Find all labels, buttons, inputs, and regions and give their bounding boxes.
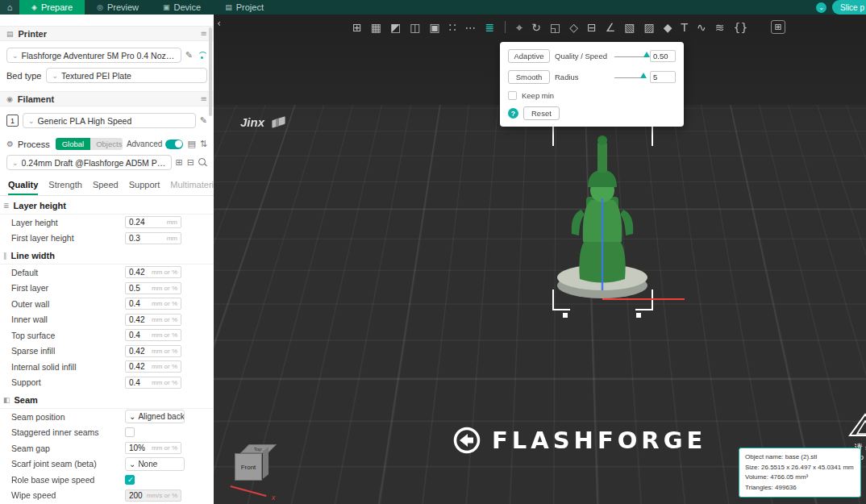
cube-front-face[interactable]: Front [235, 453, 262, 481]
image-plate-icon[interactable]: ▣ [429, 22, 439, 33]
quality-slider-handle[interactable] [643, 52, 650, 57]
selection-bracket [552, 125, 570, 146]
edit-filament-icon[interactable]: ✎ [200, 115, 207, 126]
keep-min-checkbox[interactable] [508, 91, 517, 100]
add-object-icon[interactable]: ⊞ [352, 22, 362, 33]
copy-preset-icon[interactable]: ⊞ [176, 157, 183, 168]
tab-project-label: Project [236, 2, 264, 12]
slice-options-dropdown[interactable]: ⌄ [816, 2, 826, 13]
model-figurine[interactable] [538, 119, 667, 311]
bed-type-select[interactable]: ⌄ Textured PEI Plate [46, 68, 207, 83]
delete-preset-icon[interactable]: ⊟ [187, 157, 194, 168]
printer-settings-icon[interactable]: ≡ [201, 29, 207, 38]
fuzzy-skin-icon[interactable]: ≋ [715, 22, 725, 33]
internal-solid-infill-line-width-input[interactable]: 0.42mm or % [125, 360, 181, 373]
text-tool-icon[interactable]: T [681, 22, 689, 33]
viewport-3d[interactable]: ‹ ⊞ ▦ ◩ ◫ ▣ ∷ ⋯ ≣ ⌖ ↻ ◱ ◇ ⊟ ∠ ▧ ▨ ◆ T ∿ … [214, 15, 866, 504]
home-button[interactable]: ⌂ [0, 0, 19, 15]
search-icon[interactable] [198, 158, 207, 167]
radius-value-input[interactable]: 5 [650, 71, 676, 83]
cube-top-face[interactable]: Top [240, 444, 277, 453]
param-label: Scarf joint seam (beta) [11, 459, 125, 469]
filament-settings-icon[interactable]: ≡ [201, 94, 207, 103]
cube-right-face[interactable] [263, 447, 269, 478]
edit-printer-icon[interactable]: ✎ [185, 50, 193, 60]
assembly-view-icon[interactable]: ⊞ [771, 20, 785, 34]
tab-quality[interactable]: Quality [8, 177, 38, 195]
rotate-icon[interactable]: ↻ [531, 22, 541, 33]
radius-slider-handle[interactable] [640, 73, 647, 78]
adaptive-button[interactable]: Adaptive [508, 49, 550, 63]
tab-device[interactable]: ▣ Device [151, 0, 213, 15]
tab-project[interactable]: ▤ Project [213, 0, 276, 15]
selection-handle[interactable] [563, 313, 568, 318]
radius-slider[interactable] [614, 77, 645, 78]
seam-position-select[interactable]: ⌄Aligned back [125, 410, 185, 423]
reset-button[interactable]: Reset [523, 106, 560, 120]
slice-plate-button[interactable]: Slice p [832, 0, 866, 15]
role-base-wipe-speed-checkbox[interactable] [125, 475, 135, 485]
brackets-icon[interactable]: {} [734, 22, 748, 33]
list-icon[interactable]: ▤ [187, 139, 195, 149]
default-line-width-input[interactable]: 0.42mm or % [125, 266, 181, 278]
wipe-speed-input[interactable]: 200mm/s or % [125, 489, 181, 502]
sparse-infill-line-width-input[interactable]: 0.42mm or % [125, 345, 181, 357]
first-layer-height-input[interactable]: 0.3mm [125, 232, 181, 244]
preset-sync-icon[interactable]: ⇅ [200, 139, 207, 149]
wifi-icon[interactable] [197, 51, 207, 60]
support-paint-icon[interactable]: ▧ [624, 22, 635, 33]
scope-global-button[interactable]: Global [56, 138, 90, 150]
smooth-button[interactable]: Smooth [508, 70, 550, 84]
scope-objects-button[interactable]: Objects [90, 138, 123, 150]
move-icon[interactable]: ⌖ [516, 22, 523, 33]
quality-slider[interactable] [614, 56, 645, 57]
tab-strength[interactable]: Strength [48, 177, 82, 195]
dot-pattern-icon[interactable]: ⋯ [465, 22, 477, 33]
selection-handle[interactable] [636, 313, 641, 318]
support-line-width-input[interactable]: 0.4mm or % [125, 377, 181, 389]
param-row: Default 0.42mm or % [0, 264, 214, 281]
tab-support[interactable]: Support [129, 177, 160, 195]
scale-icon[interactable]: ◱ [550, 22, 560, 33]
scarf-joint-seam-select[interactable]: ⌄None [125, 457, 185, 471]
device-icon: ▣ [163, 3, 170, 11]
process-preset-select[interactable]: ⌄ 0.24mm Draft @Flashforge AD5M Pro ... [6, 155, 172, 170]
tab-device-label: Device [174, 2, 202, 12]
variable-layer-height-icon[interactable]: ≣ [485, 22, 495, 33]
arrange-icon[interactable]: ▦ [371, 22, 381, 33]
inner-wall-line-width-input[interactable]: 0.42mm or % [125, 314, 181, 326]
tab-speed[interactable]: Speed [93, 177, 119, 195]
color-paint-icon[interactable]: ▨ [644, 22, 655, 33]
orientation-cube[interactable]: Top Front x [230, 444, 286, 504]
measure-icon[interactable]: ∠ [606, 22, 616, 33]
seam-gap-input[interactable]: 10%mm or % [125, 442, 181, 454]
help-icon[interactable]: ? [508, 108, 518, 119]
quality-value-input[interactable]: 0.50 [650, 50, 676, 62]
split-object-icon[interactable]: ◫ [410, 22, 420, 33]
place-on-face-icon[interactable]: ◇ [569, 22, 578, 33]
bed-type-row: Bed type ⌄ Textured PEI Plate [0, 68, 214, 83]
seam-paint-icon[interactable]: ◆ [664, 22, 672, 33]
flashforge-logo-icon [452, 426, 481, 455]
collapse-sidebar-button[interactable]: ‹ [217, 18, 221, 28]
tab-preview[interactable]: ◎ Preview [85, 0, 151, 15]
filament-preset-select[interactable]: ⌄ Generic PLA High Speed [23, 113, 196, 128]
sidebar-scrollbar[interactable] [209, 27, 212, 116]
cut-icon[interactable]: ⊟ [587, 22, 597, 33]
param-label: Sparse infill [11, 346, 125, 356]
filament-section-header: ◉ Filament ≡ [0, 91, 214, 106]
auto-orient-icon[interactable]: ◩ [390, 22, 401, 33]
fill-pattern-icon[interactable]: ∷ [449, 22, 456, 33]
top-surface-line-width-input[interactable]: 0.4mm or % [125, 329, 181, 341]
tab-prepare[interactable]: ◈ Prepare [19, 0, 85, 15]
object-triangles: Triangles: 499636 [745, 483, 855, 493]
printer-preset-select[interactable]: ⌄ Flashforge Adventurer 5M Pro 0.4 Nozzl… [6, 48, 181, 63]
first-layer-line-width-input[interactable]: 0.5mm or % [125, 282, 181, 294]
filament-index-badge[interactable]: 1 [6, 115, 19, 127]
staggered-inner-seams-checkbox[interactable] [125, 427, 135, 437]
emboss-icon[interactable]: ∿ [697, 22, 706, 33]
advanced-switch[interactable] [165, 140, 183, 149]
outer-wall-line-width-input[interactable]: 0.4mm or % [125, 298, 181, 310]
layer-height-input[interactable]: 0.24mm [125, 216, 181, 228]
tab-multimaterial[interactable]: Multimaterial [170, 177, 214, 195]
